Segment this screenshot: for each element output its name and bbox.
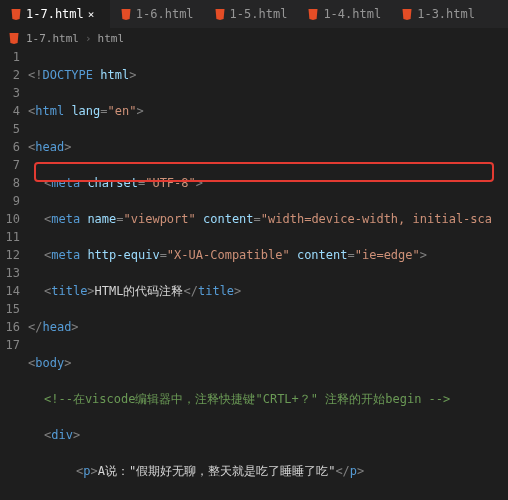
- code-content[interactable]: <!DOCTYPE html> <html lang="en"> <head> …: [28, 48, 508, 500]
- tab-label: 1-7.html: [26, 7, 84, 21]
- close-icon[interactable]: ×: [88, 8, 100, 21]
- tab-label: 1-6.html: [136, 7, 194, 21]
- html-file-icon: [307, 8, 319, 20]
- html-file-icon: [401, 8, 413, 20]
- html-file-icon: [10, 8, 22, 20]
- html-file-icon: [214, 8, 226, 20]
- breadcrumb-file: 1-7.html: [26, 32, 79, 45]
- tab-1-5[interactable]: 1-5.html: [204, 0, 298, 28]
- tab-1-7[interactable]: 1-7.html ×: [0, 0, 110, 28]
- tab-label: 1-4.html: [323, 7, 381, 21]
- tab-1-3[interactable]: 1-3.html: [391, 0, 485, 28]
- code-editor: 1-7.html × 1-6.html 1-5.html 1-4.html 1-…: [0, 0, 508, 500]
- html-file-icon: [8, 32, 20, 44]
- editor-tabs: 1-7.html × 1-6.html 1-5.html 1-4.html 1-…: [0, 0, 508, 28]
- tab-1-4[interactable]: 1-4.html: [297, 0, 391, 28]
- tab-label: 1-3.html: [417, 7, 475, 21]
- line-gutter: 1234567891011121314151617: [0, 48, 28, 500]
- breadcrumb[interactable]: 1-7.html › html: [0, 28, 508, 48]
- code-area[interactable]: 1234567891011121314151617 <!DOCTYPE html…: [0, 48, 508, 500]
- chevron-right-icon: ›: [85, 32, 92, 45]
- tab-1-6[interactable]: 1-6.html: [110, 0, 204, 28]
- tab-label: 1-5.html: [230, 7, 288, 21]
- html-file-icon: [120, 8, 132, 20]
- breadcrumb-node: html: [98, 32, 125, 45]
